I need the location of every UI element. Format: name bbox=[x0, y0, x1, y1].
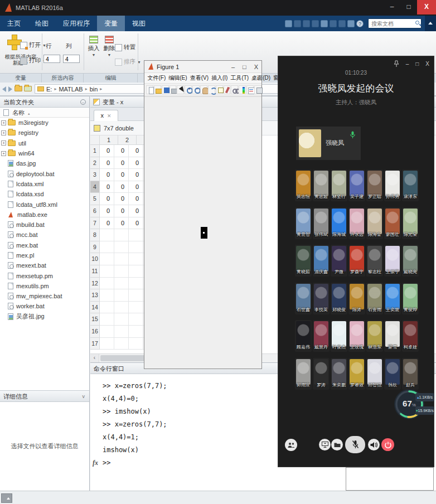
edit-cursor-icon[interactable] bbox=[177, 85, 184, 94]
figure-maximize-button[interactable]: □ bbox=[243, 61, 246, 73]
grid-cell[interactable] bbox=[129, 265, 143, 278]
grid-cell[interactable] bbox=[114, 302, 129, 314]
figure-menu[interactable]: 编辑(E) bbox=[167, 74, 188, 82]
participant-tile[interactable]: 罗森宇 bbox=[348, 245, 365, 277]
grid-cell[interactable] bbox=[114, 229, 129, 241]
grid-cell[interactable]: 0 bbox=[129, 205, 143, 217]
participant-tile[interactable]: 廖国壮 bbox=[384, 207, 401, 239]
figure-close-button[interactable]: X bbox=[254, 61, 258, 73]
grid-cell[interactable] bbox=[114, 338, 129, 350]
grid-cell[interactable]: 0 bbox=[114, 157, 129, 169]
row-header[interactable]: 2 bbox=[90, 157, 100, 169]
file-row[interactable]: worker.bat bbox=[0, 301, 89, 311]
grid-cell[interactable]: 0 bbox=[114, 169, 129, 181]
participant-tile[interactable]: 赵兵 bbox=[402, 358, 419, 390]
participant-tile[interactable]: 孙伟勇 bbox=[384, 169, 401, 201]
row-header[interactable]: 6 bbox=[90, 205, 100, 217]
row-header[interactable]: 4 bbox=[90, 181, 100, 193]
grid-cell[interactable] bbox=[129, 241, 143, 254]
row-header[interactable]: 10 bbox=[90, 253, 100, 265]
screen-share-button[interactable] bbox=[319, 439, 331, 450]
grid-cell[interactable]: 0 bbox=[100, 181, 114, 193]
participant-tile[interactable]: 顾嘉伟 bbox=[295, 320, 312, 352]
participant-tile[interactable]: 陈涛 bbox=[348, 283, 365, 314]
participants-button[interactable] bbox=[285, 439, 297, 451]
grid-cell[interactable] bbox=[100, 253, 114, 265]
ribbon-tab-0[interactable]: 主页 bbox=[0, 16, 28, 31]
file-row[interactable]: mexutils.pm bbox=[0, 281, 89, 291]
collapse-details-icon[interactable]: v bbox=[83, 391, 85, 402]
row-header[interactable]: 8 bbox=[90, 229, 100, 241]
save-figure-icon[interactable] bbox=[162, 85, 169, 94]
pan-icon[interactable] bbox=[200, 85, 207, 94]
grid-cell[interactable]: 0 bbox=[100, 217, 114, 230]
figure-menu[interactable]: 文件(F) bbox=[146, 74, 167, 82]
participant-tile[interactable]: 罗睿致 bbox=[348, 358, 365, 390]
grid-cell[interactable]: 0 bbox=[129, 157, 143, 169]
data-cursor-icon[interactable] bbox=[216, 85, 223, 94]
participant-tile[interactable]: 叶俊杰 bbox=[331, 320, 347, 352]
participant-tile[interactable]: 陈海金 bbox=[366, 207, 383, 239]
grid-cell[interactable] bbox=[100, 313, 114, 326]
file-row[interactable]: lcdata_utf8.xml bbox=[0, 199, 89, 209]
active-speaker-card[interactable]: 强晓凤 bbox=[296, 127, 361, 160]
expand-icon[interactable]: + bbox=[1, 130, 6, 135]
pin-icon[interactable] bbox=[394, 60, 399, 67]
file-row[interactable]: +m3iregistry bbox=[0, 118, 89, 128]
open-file-icon[interactable] bbox=[154, 85, 161, 94]
transpose-button[interactable]: 转置 bbox=[115, 43, 135, 51]
col-index-field[interactable] bbox=[63, 55, 80, 63]
grid-cell[interactable] bbox=[100, 289, 114, 302]
participant-tile[interactable]: 王奕慧 bbox=[384, 283, 401, 314]
close-tab-icon[interactable]: ✕ bbox=[107, 113, 112, 119]
column-header[interactable]: 1 bbox=[100, 135, 118, 145]
grid-cell[interactable]: 0 bbox=[129, 145, 143, 157]
microphone-muted-button[interactable] bbox=[345, 436, 365, 453]
breadcrumb-segment[interactable]: MATLAB bbox=[59, 86, 83, 93]
participant-tile[interactable]: 李悦英 bbox=[313, 283, 330, 314]
breadcrumb-segment[interactable]: E: bbox=[46, 86, 52, 93]
switch-window-icon[interactable] bbox=[347, 20, 355, 27]
figure-menu[interactable]: 查看(V) bbox=[188, 74, 210, 82]
doc-search-box[interactable] bbox=[368, 18, 422, 28]
grid-cell[interactable]: 0 bbox=[100, 193, 114, 205]
grid-cell[interactable] bbox=[114, 289, 129, 302]
participant-tile[interactable]: 林坚行 bbox=[331, 169, 347, 201]
grid-cell[interactable] bbox=[114, 278, 129, 290]
grid-cell[interactable]: 0 bbox=[100, 205, 114, 217]
zoom-in-icon[interactable] bbox=[185, 85, 192, 94]
grid-cell[interactable] bbox=[100, 278, 114, 290]
file-row[interactable]: matlab.exe bbox=[0, 210, 89, 220]
participant-tile[interactable]: 许永远 bbox=[348, 207, 365, 239]
file-row[interactable]: das.jpg bbox=[0, 158, 89, 168]
grid-cell[interactable]: 0 bbox=[129, 193, 143, 205]
grid-cell[interactable] bbox=[129, 302, 143, 314]
grid-cell[interactable] bbox=[114, 313, 129, 326]
figure-canvas[interactable] bbox=[144, 98, 261, 369]
grid-cell[interactable]: 0 bbox=[100, 145, 114, 157]
file-row[interactable]: lcdata.xml bbox=[0, 179, 89, 189]
file-row[interactable]: 吴彦祖.jpg bbox=[0, 312, 89, 322]
link-plot-icon[interactable] bbox=[231, 85, 238, 94]
file-row[interactable]: mexext.bat bbox=[0, 260, 89, 270]
current-folder-header[interactable]: 当前文件夹 – bbox=[0, 96, 89, 108]
restore-button[interactable]: □ bbox=[400, 0, 417, 14]
participant-tile[interactable]: 戴慧丹 bbox=[313, 320, 330, 352]
row-header[interactable]: 16 bbox=[90, 326, 100, 338]
grid-cell[interactable]: 0 bbox=[114, 205, 129, 217]
grid-cell[interactable] bbox=[114, 253, 129, 265]
grid-cell[interactable] bbox=[129, 253, 143, 265]
participant-tile[interactable]: 黄俊烨 bbox=[402, 283, 419, 314]
save-icon[interactable] bbox=[294, 20, 301, 27]
grid-cell[interactable]: 0 bbox=[129, 181, 143, 193]
participant-tile[interactable]: 黎志柱 bbox=[366, 245, 383, 277]
grid-cell[interactable] bbox=[129, 338, 143, 350]
panel-menu-icon[interactable]: – bbox=[80, 99, 86, 105]
figure-titlebar[interactable]: Figure 1 – □ X bbox=[144, 61, 261, 73]
grid-cell[interactable] bbox=[100, 241, 114, 254]
participant-tile[interactable]: 柯卓娃 bbox=[402, 320, 419, 352]
column-header[interactable]: 2 bbox=[118, 135, 137, 145]
grid-cell[interactable]: 0 bbox=[114, 145, 129, 157]
figure-menu[interactable]: 桌面(D) bbox=[250, 74, 272, 82]
status-start-button[interactable] bbox=[1, 493, 12, 503]
